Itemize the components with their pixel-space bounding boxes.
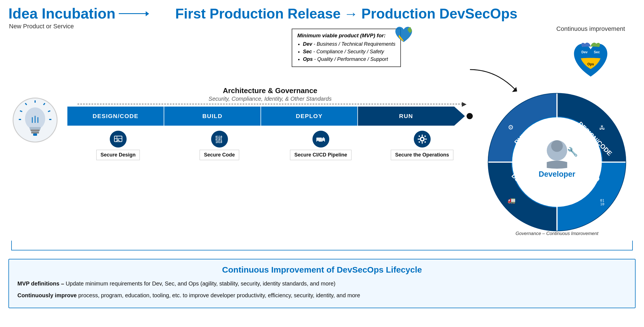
bottom-item-1: MVP definitions – Update minimum require…: [17, 278, 627, 289]
svg-point-28: [322, 141, 324, 142]
mvp-item-ops: Ops - Quality / Performance / Support: [303, 56, 396, 63]
bottom-title: Continuous Improvement of DevSecOps Life…: [17, 265, 627, 275]
arch-governance-title: Architecture & Governance: [223, 86, 318, 95]
pipeline-bar: DESIGN/CODE BUILD DEPLOY RUN: [67, 107, 473, 126]
bottom-item2-bold: Continuously improve: [17, 292, 77, 298]
segment-design-code: DESIGN/CODE: [67, 107, 164, 126]
svg-text:🚛: 🚛: [508, 196, 516, 204]
svg-line-4: [44, 103, 45, 105]
arch-governance-subtitle: Security, Compliance, Identity, & Other …: [209, 96, 332, 102]
stage-design-icon: [110, 131, 127, 148]
circle-diagram-wrapper: DESIGN/CODE BUILD DEPLOY RUN 🖧 01 10 🚛: [484, 89, 630, 238]
svg-text:🔧: 🔧: [567, 147, 578, 157]
svg-rect-32: [422, 135, 423, 136]
segment-run: RUN: [358, 107, 454, 126]
segment-deploy: DEPLOY: [261, 107, 358, 126]
pipeline-end-dot: [467, 113, 473, 119]
svg-line-5: [48, 111, 50, 112]
svg-text:Developer: Developer: [539, 170, 576, 178]
production-devsecops-title: Production DevSecOps: [361, 6, 517, 22]
bracket-right: [322, 241, 633, 250]
svg-point-60: [551, 140, 563, 152]
idea-arrow-line: [119, 13, 147, 14]
circular-section: DESIGN/CODE BUILD DEPLOY RUN 🖧 01 10 🚛: [478, 89, 636, 238]
dashed-arrow: ▶: [462, 100, 467, 108]
idea-subtitle: New Product or Service: [9, 23, 147, 30]
svg-text:Governance – Continuous Improv: Governance – Continuous Improvement: [516, 231, 599, 235]
mvp-item-sec: Sec - Compliance / Security / Safety: [303, 48, 396, 56]
svg-rect-26: [316, 138, 322, 142]
bottom-item1-bold: MVP definitions –: [17, 280, 64, 287]
stage-cicd: Secure CI/CD Pipeline: [270, 131, 371, 160]
svg-text:Ops: Ops: [587, 62, 594, 66]
pipeline-section: Architecture & Governance Security, Comp…: [67, 86, 473, 160]
bracket-left: [11, 241, 322, 250]
lightbulb-circle: [13, 98, 58, 142]
stage-design: Secure Design: [67, 131, 169, 160]
stage-cicd-icon: [312, 131, 329, 148]
idea-title-row: Idea Incubation: [8, 6, 147, 22]
lightbulb-section: [8, 98, 62, 142]
prod-devsecops-block: Continuous improvement Dev Sec Ops: [546, 6, 636, 81]
first-production-title: First Production Release: [175, 6, 341, 22]
svg-rect-35: [425, 139, 426, 140]
curved-arrow-svg: [467, 67, 523, 100]
lightbulb-svg: [18, 100, 52, 140]
mvp-heart-icon: [392, 22, 415, 45]
top-header: Idea Incubation New Product or Service F…: [8, 6, 636, 81]
mvp-box-wrapper: Minimum viable product (MVP) for: Dev - …: [292, 25, 401, 67]
stage-ops: Secure the Operations: [371, 131, 473, 160]
svg-line-7: [20, 111, 22, 112]
svg-text:10: 10: [600, 202, 604, 206]
idea-incubation-title: Idea Incubation: [8, 6, 115, 22]
svg-rect-12: [31, 132, 39, 133]
arch-governance-area: Architecture & Governance Security, Comp…: [67, 86, 473, 104]
svg-text:🖧: 🖧: [599, 124, 605, 131]
large-heart-icon: Dev Sec Ops: [568, 36, 613, 81]
bottom-item1-text: Update minimum requirements for Dev, Sec…: [66, 280, 335, 287]
svg-rect-16: [33, 133, 37, 136]
stage-ops-label: Secure the Operations: [391, 150, 453, 160]
svg-text:1010: 1010: [215, 141, 222, 144]
bottom-section: Continuous Improvement of DevSecOps Life…: [8, 259, 636, 308]
stage-cicd-label: Secure CI/CD Pipeline: [290, 150, 351, 160]
svg-line-6: [25, 103, 27, 105]
svg-text:⚙: ⚙: [508, 124, 514, 131]
arrow-to-prod: →: [344, 6, 358, 22]
idea-incubation-block: Idea Incubation New Product or Service: [8, 6, 147, 30]
stage-code-label: Secure Code: [200, 150, 239, 160]
bottom-items: MVP definitions – Update minimum require…: [17, 278, 627, 300]
mvp-item-dev: Dev - Business / Technical Requirements: [303, 40, 396, 48]
mvp-box: Minimum viable product (MVP) for: Dev - …: [292, 29, 401, 67]
first-production-row: First Production Release → Production De…: [175, 6, 517, 22]
svg-rect-36: [418, 135, 420, 137]
pipeline-arrowhead: [454, 107, 465, 126]
svg-rect-39: [424, 141, 426, 143]
svg-point-27: [317, 141, 319, 142]
bottom-item-2: Continuously improve process, program, e…: [17, 290, 627, 300]
dashed-line: ▶: [77, 104, 463, 104]
svg-point-31: [421, 138, 423, 140]
svg-rect-38: [418, 141, 420, 143]
svg-text:0110: 0110: [215, 135, 222, 139]
stage-ops-icon: [414, 131, 431, 148]
mvp-list: Dev - Business / Technical Requirements …: [297, 40, 396, 63]
segment-build: BUILD: [164, 107, 261, 126]
svg-rect-11: [31, 130, 40, 131]
production-subtitle: Continuous improvement: [556, 25, 625, 33]
svg-rect-34: [417, 139, 419, 140]
stages-row: Secure Design 0101 1010 0110 Secure Code: [67, 131, 473, 160]
mvp-box-title: Minimum viable product (MVP) for:: [297, 33, 396, 39]
center-header: First Production Release → Production De…: [152, 6, 540, 67]
stage-code: 0101 1010 0110 Secure Code: [169, 131, 270, 160]
middle-area: Architecture & Governance Security, Comp…: [8, 86, 636, 238]
bracket-connector: [11, 241, 633, 250]
svg-text:Dev: Dev: [581, 50, 588, 54]
stage-design-label: Secure Design: [96, 150, 140, 160]
svg-rect-33: [422, 142, 423, 144]
pipeline-segments: DESIGN/CODE BUILD DEPLOY RUN: [67, 107, 454, 126]
svg-text:Sec: Sec: [594, 50, 600, 54]
main-container: Idea Incubation New Product or Service F…: [0, 0, 644, 327]
svg-rect-37: [424, 135, 426, 137]
stage-code-icon: 0101 1010 0110: [211, 131, 228, 148]
